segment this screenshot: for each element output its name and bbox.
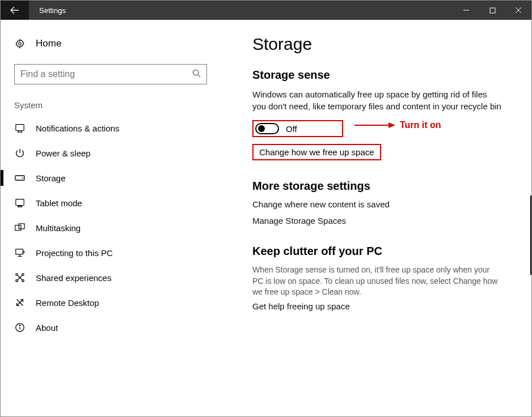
sidebar-item-label: Storage <box>36 173 66 183</box>
home-button[interactable]: Home <box>14 35 221 54</box>
svg-rect-1 <box>490 8 495 13</box>
close-icon <box>515 7 522 14</box>
remote-icon <box>14 297 26 308</box>
home-label: Home <box>36 38 61 49</box>
content-area: Home System Notifications & actions Powe… <box>1 20 531 416</box>
svg-rect-12 <box>15 225 21 231</box>
keep-clutter-section: Keep clutter off your PC When Storage se… <box>252 245 517 311</box>
main-pane: Storage Storage sense Windows can automa… <box>221 20 531 416</box>
svg-point-4 <box>19 42 22 45</box>
sidebar-item-label: Power & sleep <box>36 148 91 158</box>
sidebar-item-label: Projecting to this PC <box>36 248 113 258</box>
svg-point-18 <box>22 280 24 282</box>
svg-rect-14 <box>16 249 23 254</box>
more-settings-section: More storage settings Change where new c… <box>252 180 517 225</box>
storage-icon <box>14 172 26 184</box>
section-desc: When Storage sense is turned on, it'll f… <box>252 265 502 298</box>
sidebar-item-about[interactable]: About <box>14 315 221 340</box>
section-title: More storage settings <box>252 180 517 193</box>
section-title: Storage sense <box>252 69 517 82</box>
toggle-label: Off <box>286 124 297 134</box>
tablet-icon <box>14 197 26 208</box>
svg-rect-10 <box>16 199 24 206</box>
group-label: System <box>14 100 221 110</box>
sidebar-item-storage[interactable]: Storage <box>14 165 221 190</box>
svg-point-16 <box>22 274 24 276</box>
sidebar-item-multitasking[interactable]: Multitasking <box>14 215 221 240</box>
arrow-left-icon <box>10 6 19 15</box>
sidebar-item-label: Notifications & actions <box>36 124 120 133</box>
maximize-icon <box>489 7 496 14</box>
svg-line-6 <box>198 75 200 77</box>
sidebar-item-label: Remote Desktop <box>36 298 99 308</box>
manage-storage-spaces-link[interactable]: Manage Storage Spaces <box>252 216 517 225</box>
storage-sense-section: Storage sense Windows can automatically … <box>252 69 517 160</box>
toggle-switch[interactable] <box>255 123 279 134</box>
svg-point-21 <box>19 325 20 326</box>
annotation-text: Turn it on <box>400 120 441 130</box>
nav-list: Notifications & actions Power & sleep St… <box>14 116 221 340</box>
power-icon <box>14 147 26 159</box>
page-title: Storage <box>252 35 517 54</box>
annotation: Turn it on <box>354 120 441 130</box>
search-box[interactable] <box>14 64 207 84</box>
sidebar-item-label: Tablet mode <box>36 198 82 208</box>
svg-point-17 <box>16 280 18 282</box>
gear-icon <box>14 38 26 49</box>
back-button[interactable] <box>1 1 29 20</box>
toggle-knob <box>258 125 265 132</box>
scrollbar-indicator[interactable] <box>530 195 531 275</box>
projecting-icon <box>14 247 26 258</box>
get-help-link[interactable]: Get help freeing up space <box>252 301 517 311</box>
arrow-icon <box>354 125 394 126</box>
search-input[interactable] <box>20 69 192 79</box>
section-title: Keep clutter off your PC <box>252 245 517 258</box>
title-text: Settings <box>29 6 453 15</box>
shared-icon <box>14 272 26 283</box>
sidebar-item-remote[interactable]: Remote Desktop <box>14 290 221 315</box>
sidebar-item-label: Multitasking <box>36 223 81 233</box>
minimize-button[interactable] <box>453 1 479 20</box>
sidebar-item-projecting[interactable]: Projecting to this PC <box>14 240 221 265</box>
svg-point-5 <box>193 70 198 75</box>
storage-sense-toggle[interactable]: Off <box>252 120 343 137</box>
main-body: Storage sense Windows can automatically … <box>252 69 517 311</box>
change-free-up-link[interactable]: Change how we free up space <box>252 144 381 160</box>
sidebar-item-tablet[interactable]: Tablet mode <box>14 190 221 215</box>
info-icon <box>14 322 26 333</box>
close-button[interactable] <box>505 1 531 20</box>
sidebar-item-label: About <box>36 323 58 333</box>
search-icon <box>192 69 201 79</box>
change-content-saved-link[interactable]: Change where new content is saved <box>252 199 517 209</box>
notification-icon <box>14 122 26 134</box>
sidebar: Home System Notifications & actions Powe… <box>1 20 221 416</box>
svg-rect-11 <box>18 206 22 207</box>
titlebar: Settings <box>1 1 531 20</box>
sidebar-item-label: Shared experiences <box>36 273 111 283</box>
minimize-icon <box>463 7 470 14</box>
svg-rect-7 <box>16 125 24 131</box>
sidebar-item-shared[interactable]: Shared experiences <box>14 265 221 290</box>
sidebar-item-power[interactable]: Power & sleep <box>14 141 221 165</box>
maximize-button[interactable] <box>479 1 505 20</box>
sidebar-item-notifications[interactable]: Notifications & actions <box>14 116 221 141</box>
svg-point-15 <box>16 274 18 276</box>
multitasking-icon <box>14 222 26 233</box>
section-desc: Windows can automatically free up space … <box>252 88 502 112</box>
svg-rect-13 <box>19 224 24 229</box>
window-controls <box>453 1 531 20</box>
